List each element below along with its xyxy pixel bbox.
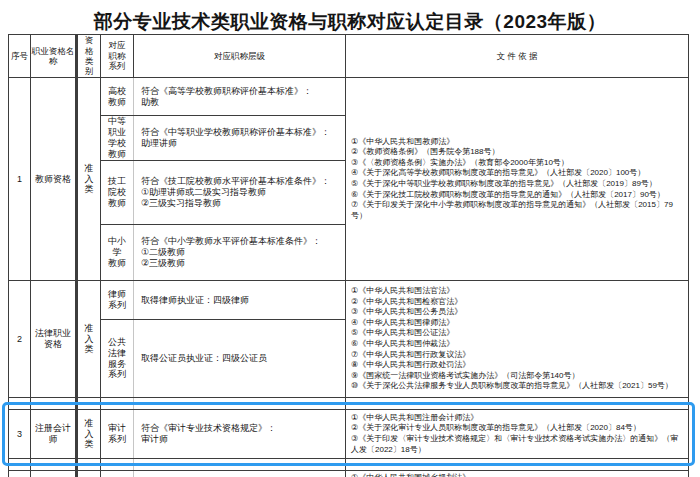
table-row: 2 法律职业 资格 准 入 类 律师 系列 取得律师执业证：四级律师 ①《中华人… — [9, 281, 689, 320]
index-cell: 3 — [9, 410, 31, 459]
qualification-name-cell: 法律职业 资格 — [31, 281, 77, 398]
table-header-row: 序号 职业资格名 称 资 格 类 别 对应 职称 系列 对应职称层级 文 件 依… — [9, 35, 689, 78]
level-cell: 符合《审计专业技术资格规定》： 审计师 — [134, 410, 346, 459]
header-qualification-name: 职业资格名 称 — [31, 35, 77, 78]
series-cell: 审计 系列 — [101, 410, 134, 459]
level-cell: 符合《技工院校教师水平评价基本标准条件》： ①助理讲师或二级实习指导教师 ②三级… — [134, 161, 346, 225]
index-cell: 1 — [9, 78, 31, 281]
level-cell: 符合《中等职业学校教师职称评价基本标准》： 助理讲师 — [134, 116, 346, 161]
series-cell: 公共 法律 服务 系列 — [101, 320, 134, 398]
series-cell: 律师 系列 — [101, 281, 134, 320]
category-cell: 准 入 类 — [77, 410, 101, 459]
series-cell: 高校 教师 — [101, 78, 134, 116]
qualification-name-cell: 注册会计 师 — [31, 410, 77, 459]
level-cell: 符合《高等学校教师职称评价基本标准》： 助教 — [134, 78, 346, 116]
spacer-row — [9, 398, 689, 410]
table-row-highlighted: 3 注册会计 师 准 入 类 审计 系列 符合《审计专业技术资格规定》： 审计师… — [9, 410, 689, 459]
header-title-level: 对应职称层级 — [134, 35, 346, 78]
basis-cell: ①《中华人民共和国注册会计师法》②《关于深化审计专业人员职称制度改革的指导意见》… — [346, 410, 689, 459]
category-cell: 准 入 类 — [77, 281, 101, 398]
basis-cell: ①《中华人民共和国城乡规划法》 — [346, 471, 689, 477]
index-cell: 2 — [9, 281, 31, 398]
qualification-name-cell: 教师资格 — [31, 78, 77, 281]
level-cell: 取得公证员执业证：四级公证员 — [134, 320, 346, 398]
level-cell: 符合《中小学教师水平评价基本标准条件》： ①二级教师 ②三级教师 — [134, 225, 346, 281]
header-title-series: 对应 职称 系列 — [101, 35, 134, 78]
series-cell: 中小 学 教师 — [101, 225, 134, 281]
partial-table-row: ①《中华人民共和国城乡规划法》 — [9, 471, 689, 477]
header-category: 资 格 类 别 — [77, 35, 101, 78]
page-title: 部分专业技术类职业资格与职称对应认定目录（2023年版） — [0, 9, 700, 35]
header-document-basis: 文 件 依 据 — [346, 35, 689, 78]
series-cell: 技工 院校 教师 — [101, 161, 134, 225]
qualification-title-mapping-table: 序号 职业资格名 称 资 格 类 别 对应 职称 系列 对应职称层级 文 件 依… — [8, 34, 689, 477]
spacer-row — [9, 459, 689, 471]
table-row: 1 教师资格 准 入 类 高校 教师 符合《高等学校教师职称评价基本标准》： 助… — [9, 78, 689, 116]
series-cell: 中等 职业 学校 教师 — [101, 116, 134, 161]
basis-cell: ①《中华人民共和国教师法》②《教师资格条例》（国务院令第188号）③《〈教师资格… — [346, 78, 689, 281]
header-index: 序号 — [9, 35, 31, 78]
category-cell: 准 入 类 — [77, 78, 101, 281]
level-cell: 取得律师执业证：四级律师 — [134, 281, 346, 320]
basis-cell: ①《中华人民共和国法官法》②《中华人民共和国检察官法》③《中华人民共和国公务员法… — [346, 281, 689, 398]
